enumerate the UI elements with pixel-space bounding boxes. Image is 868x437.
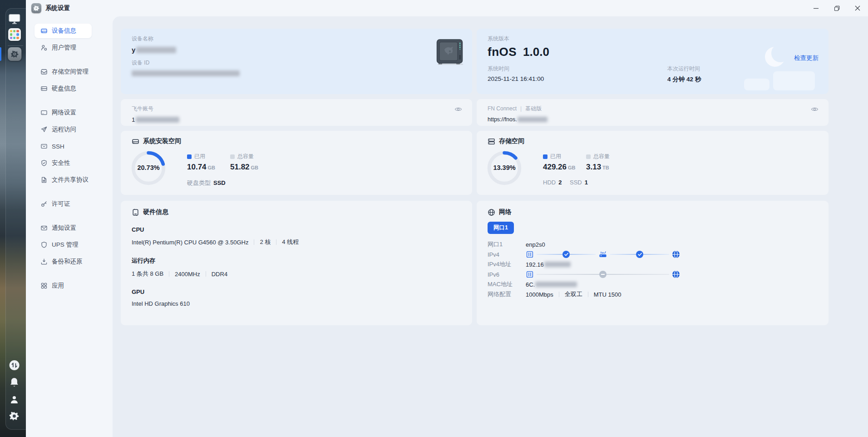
stacked-drives-icon — [488, 138, 495, 145]
minimize-button[interactable] — [805, 0, 826, 16]
cpu-value: Intel(R) Pentium(R) CPU G4560 @ 3.50GHz … — [132, 238, 461, 246]
redacted-mac — [535, 282, 577, 287]
download-tray-icon — [40, 258, 48, 265]
shield-icon — [40, 241, 48, 248]
sidebar-item-ssh[interactable]: SSH — [35, 139, 92, 154]
total-legend-swatch — [586, 154, 591, 159]
sidebar-item-storage-space[interactable]: 存储空间管理 — [35, 65, 92, 79]
used-value: 429.26GB — [543, 163, 586, 172]
drive-counts-line: HDD2 SSD1 — [543, 179, 610, 186]
account-label: 飞牛账号 — [132, 105, 461, 113]
sidebar-item-device-info[interactable]: 设备信息 — [35, 24, 92, 38]
sidebar-item-security[interactable]: 安全性 — [35, 156, 92, 170]
titlebar: 系统设置 — [26, 0, 868, 16]
port1-tab-button[interactable]: 网口1 — [488, 222, 514, 234]
paper-plane-icon — [40, 126, 48, 133]
sidebar-item-label: 许可证 — [52, 200, 70, 208]
sidebar-item-backup-restore[interactable]: 备份和还原 — [35, 254, 92, 269]
device-info-card: 设备名称 y 设备 ID — [121, 29, 472, 94]
storage-space-card: 存储空间 13.39% 已用 429.26 — [477, 131, 829, 195]
eye-icon[interactable] — [454, 105, 462, 114]
disk-type-line: 硬盘类型SSD — [187, 179, 258, 187]
uptime-value: 4 分钟 42 秒 — [667, 75, 701, 84]
app-center-icon[interactable] — [8, 28, 21, 41]
cpu-label: CPU — [132, 226, 461, 233]
total-value: 51.82GB — [230, 163, 258, 172]
system-time-value: 2025-11-21 16:41:00 — [488, 75, 667, 82]
internet-globe-icon — [672, 250, 680, 258]
gpu-label: GPU — [132, 288, 461, 295]
hdd-icon — [40, 27, 48, 35]
settings-sidebar: 设备信息 用户管理 存储空间管理 硬盘信息 网络设置 远程访问 SSH — [26, 16, 113, 437]
close-button[interactable] — [847, 0, 868, 16]
device-id-label: 设备 ID — [132, 59, 461, 67]
sidebar-item-license[interactable]: 许可证 — [35, 197, 92, 211]
used-label: 已用 — [194, 153, 205, 160]
system-version-card: 系统版本 fnOS 1.0.0 检查更新 系统时间 2025-11-21 16:… — [477, 29, 829, 94]
user-icon — [40, 44, 48, 51]
sidebar-item-network-settings[interactable]: 网络设置 — [35, 105, 92, 120]
fn-connect-label: FN Connect|基础版 — [488, 105, 818, 113]
sidebar-item-label: 备份和还原 — [52, 258, 83, 266]
sidebar-item-file-sharing[interactable]: 文件共享协议 — [35, 173, 92, 187]
used-value: 10.74GB — [187, 163, 230, 172]
dock-divider — [8, 45, 23, 46]
fn-connect-card: FN Connect|基础版 https://fnos. — [477, 99, 829, 126]
network-card: 网络 网口1 网口1 enp2s0 IPv4 — [477, 201, 829, 325]
nas-device-illustration — [436, 39, 464, 67]
device-name-label: 设备名称 — [132, 35, 461, 43]
os-name: fnOS — [488, 45, 517, 59]
shield-check-icon — [40, 159, 48, 167]
account-value: 1 — [132, 116, 461, 123]
sidebar-item-notifications[interactable]: 通知设置 — [35, 221, 92, 235]
uptime-label: 本次运行时间 — [667, 65, 701, 73]
eye-icon[interactable] — [811, 105, 819, 114]
restore-button[interactable] — [826, 0, 847, 16]
disk-icon — [40, 85, 48, 92]
total-value: 3.13TB — [586, 163, 610, 172]
hardware-info-card: 硬件信息 CPU Intel(R) Pentium(R) CPU G4560 @… — [121, 201, 472, 325]
sidebar-item-label: UPS 管理 — [52, 241, 79, 249]
install-usage-donut: 20.73% — [130, 149, 167, 187]
apps-grid-icon — [40, 282, 48, 289]
desktop-icon[interactable] — [8, 14, 20, 26]
tier-badge: 基础版 — [525, 105, 542, 112]
ipv4-address-row: IPv4地址 192.16 — [477, 259, 829, 269]
envelope-icon — [40, 224, 48, 232]
notifications-bell-icon[interactable] — [9, 377, 19, 389]
storage-usage-donut: 13.39% — [486, 149, 523, 187]
sidebar-item-remote-access[interactable]: 远程访问 — [35, 122, 92, 137]
sidebar-item-user-management[interactable]: 用户管理 — [35, 40, 92, 55]
router-icon — [598, 250, 607, 258]
system-settings-dock-icon[interactable] — [8, 47, 21, 61]
transfer-tasks-icon[interactable] — [9, 360, 20, 372]
total-label: 总容量 — [237, 153, 254, 160]
storage-usage-percent: 13.39% — [486, 164, 523, 171]
internet-globe-icon — [672, 270, 680, 278]
sidebar-item-ups[interactable]: UPS 管理 — [35, 238, 92, 252]
install-usage-percent: 20.73% — [130, 164, 167, 171]
total-legend-swatch — [230, 154, 235, 159]
network-window-icon — [40, 109, 48, 116]
nas-icon — [526, 270, 534, 278]
document-icon — [40, 176, 48, 184]
terminal-icon — [40, 143, 48, 150]
decor-shape — [773, 71, 815, 90]
system-time-label: 系统时间 — [488, 65, 667, 73]
decor-shape — [744, 79, 769, 90]
redacted-url — [518, 117, 547, 122]
settings-gear-icon[interactable] — [9, 411, 19, 422]
port-row: 网口1 enp2s0 — [477, 239, 829, 249]
check-update-link[interactable]: 检查更新 — [794, 54, 819, 62]
sidebar-item-apps[interactable]: 应用 — [35, 278, 92, 293]
device-name-value: y — [132, 46, 461, 54]
os-version: 1.0.0 — [523, 45, 549, 59]
sidebar-item-disk-info[interactable]: 硬盘信息 — [35, 81, 92, 96]
ram-value: 1 条共 8 GB 2400MHz DDR4 — [132, 270, 461, 278]
sidebar-item-label: 应用 — [52, 282, 64, 290]
sidebar-item-label: 网络设置 — [52, 109, 76, 117]
sidebar-item-label: 远程访问 — [52, 125, 76, 134]
user-profile-icon[interactable] — [9, 394, 19, 407]
install-space-card: 系统安装空间 20.73% 已用 10.7 — [121, 131, 472, 195]
interface-name: enp2s0 — [526, 241, 545, 248]
